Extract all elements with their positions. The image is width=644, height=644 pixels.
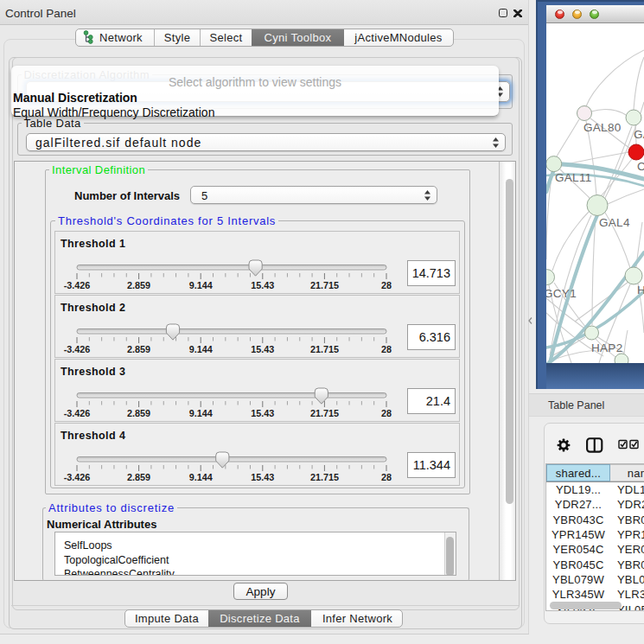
svg-text:2.859: 2.859: [127, 408, 150, 418]
svg-text:HAP2: HAP2: [591, 341, 622, 354]
svg-text:GAL80: GAL80: [583, 121, 622, 134]
svg-text:21.715: 21.715: [310, 344, 339, 354]
svg-text:2.859: 2.859: [127, 472, 150, 482]
svg-text:15.43: 15.43: [251, 280, 274, 290]
svg-text:HA: HA: [637, 284, 644, 296]
svg-text:-3.426: -3.426: [64, 472, 91, 482]
svg-text:2.859: 2.859: [127, 344, 150, 354]
svg-text:CD: CD: [637, 160, 644, 173]
svg-text:9.144: 9.144: [189, 344, 213, 354]
svg-text:15.43: 15.43: [251, 472, 274, 482]
svg-text:-3.426: -3.426: [64, 408, 91, 418]
svg-text:2.859: 2.859: [127, 280, 150, 290]
svg-text:GAL4: GAL4: [599, 216, 630, 229]
svg-text:15.43: 15.43: [251, 408, 274, 418]
svg-text:9.144: 9.144: [189, 408, 213, 418]
svg-text:15.43: 15.43: [251, 344, 274, 354]
svg-text:21.715: 21.715: [310, 472, 339, 482]
svg-text:GAL11: GAL11: [555, 171, 592, 184]
svg-text:21.715: 21.715: [310, 280, 339, 290]
svg-text:28: 28: [381, 344, 392, 354]
svg-text:21.715: 21.715: [310, 408, 339, 418]
svg-text:9.144: 9.144: [189, 472, 213, 482]
svg-text:-3.426: -3.426: [64, 280, 91, 290]
svg-text:28: 28: [381, 408, 392, 418]
svg-text:9.144: 9.144: [189, 280, 213, 290]
svg-text:28: 28: [381, 472, 392, 482]
svg-text:GAL1: GAL1: [634, 128, 644, 141]
svg-text:-3.426: -3.426: [64, 344, 91, 354]
svg-text:GCY1: GCY1: [546, 287, 577, 300]
svg-text:28: 28: [381, 280, 392, 290]
